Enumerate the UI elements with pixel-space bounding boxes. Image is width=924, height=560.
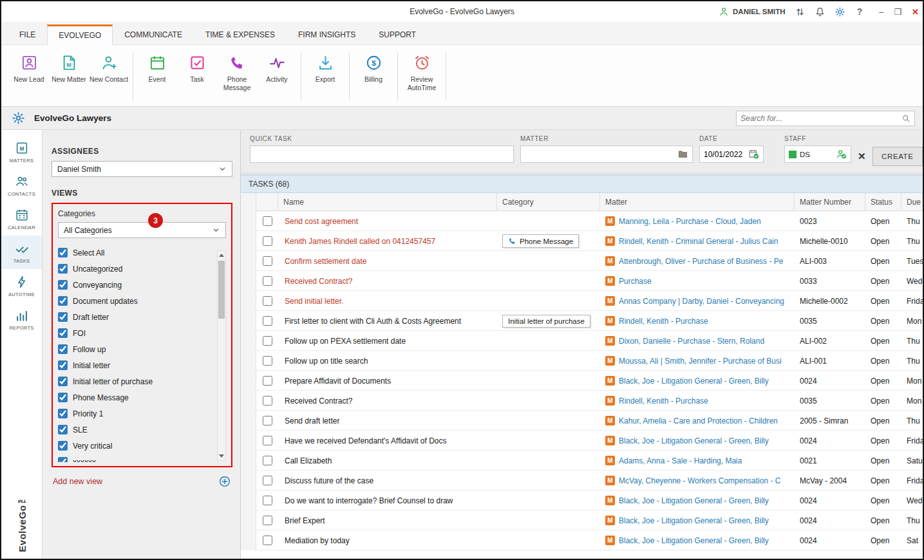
category-checkbox[interactable]: [58, 344, 68, 354]
category-option-foi[interactable]: FOI: [58, 325, 216, 341]
table-row[interactable]: Confirm settlement dateMAttenbrough, Oli…: [241, 251, 923, 271]
category-option-phone-message[interactable]: Phone Message: [58, 389, 216, 406]
task-name[interactable]: Follow up on PEXA settlement date: [278, 331, 497, 351]
matter-link[interactable]: McVay, Cheyenne - Workers Compensation -…: [619, 476, 780, 485]
sync-icon[interactable]: [795, 6, 806, 17]
row-selector[interactable]: [241, 371, 256, 391]
row-selector[interactable]: [241, 271, 256, 291]
scroll-up-icon[interactable]: [219, 254, 224, 257]
row-selector[interactable]: [241, 530, 256, 550]
matter-link[interactable]: Kahur, Amelia - Care and Protection - Ch…: [619, 416, 778, 425]
table-row[interactable]: Call ElizabethMAdams, Anna - Sale - Hard…: [241, 451, 923, 471]
matter-link[interactable]: Adams, Anna - Sale - Harding, Maia: [619, 456, 742, 465]
maximize-button[interactable]: ❒: [894, 7, 901, 17]
table-row[interactable]: Have we received Defendant's Affidavit o…: [241, 431, 923, 451]
row-checkbox[interactable]: [263, 216, 272, 226]
row-selector[interactable]: [241, 211, 256, 231]
category-checkbox[interactable]: [58, 296, 68, 306]
ribbon-task-button[interactable]: Task: [177, 51, 217, 84]
table-row[interactable]: Prepare Affidavit of DocumentsMBlack, Jo…: [241, 371, 923, 391]
row-checkbox[interactable]: [263, 296, 272, 306]
task-name[interactable]: Brief Expert: [278, 510, 497, 530]
global-search[interactable]: [736, 111, 915, 126]
category-option-initial-letter[interactable]: Initial letter: [58, 357, 216, 373]
category-option-very-critical[interactable]: Very critical: [58, 438, 216, 454]
matter-link[interactable]: Black, Joe - Litigation General - Green,…: [619, 436, 769, 445]
add-new-view-link[interactable]: Add new view: [53, 477, 102, 486]
matter-link[interactable]: Attenbrough, Oliver - Purchase of Busine…: [619, 257, 783, 266]
category-chip[interactable]: Phone Message: [502, 234, 579, 248]
category-option-draft-letter[interactable]: Draft letter: [58, 309, 216, 325]
matter-link[interactable]: Moussa, Ali | Smith, Jennifer - Purchase…: [619, 357, 782, 366]
row-checkbox[interactable]: [263, 316, 272, 326]
category-checkbox[interactable]: [58, 248, 68, 257]
minimize-button[interactable]: –: [879, 7, 883, 17]
matter-link[interactable]: Purchase: [619, 277, 652, 286]
notifications-icon[interactable]: [815, 6, 825, 17]
clear-quick-task-button[interactable]: ✕: [858, 151, 866, 162]
ribbon-event-button[interactable]: Event: [137, 51, 177, 84]
table-row[interactable]: Do we want to interrogate? Brief Counsel…: [241, 490, 923, 510]
column-header-due[interactable]: Due: [901, 193, 923, 211]
category-checkbox[interactable]: [58, 457, 68, 462]
sidebar-item-reports[interactable]: REPORTS: [1, 303, 42, 336]
staff-field[interactable]: DS: [784, 145, 851, 163]
task-name[interactable]: Send initial letter.: [278, 291, 497, 311]
column-header-matter-number[interactable]: Matter Number: [795, 193, 865, 211]
row-checkbox[interactable]: [263, 416, 272, 425]
task-name[interactable]: Received Contract?: [278, 391, 497, 411]
table-row[interactable]: Discuss future of the caseMMcVay, Cheyen…: [241, 471, 923, 490]
table-row[interactable]: Brief ExpertMBlack, Joe - Litigation Gen…: [241, 510, 923, 530]
row-checkbox[interactable]: [263, 236, 272, 246]
search-input[interactable]: [740, 114, 901, 123]
category-option-uncategorized[interactable]: Uncategorized: [58, 261, 216, 277]
row-selector[interactable]: [241, 411, 256, 431]
row-selector[interactable]: [241, 451, 256, 471]
row-selector[interactable]: [241, 510, 256, 530]
task-name[interactable]: Kenith James Rindell called on 041245745…: [278, 231, 497, 251]
matter-link[interactable]: Annas Company | Darby, Daniel - Conveyan…: [619, 297, 784, 306]
row-checkbox[interactable]: [263, 436, 272, 445]
row-selector[interactable]: [241, 431, 256, 451]
row-selector[interactable]: [241, 331, 256, 351]
categories-dropdown[interactable]: All Categories: [58, 222, 226, 238]
table-row[interactable]: First letter to client with Cli Auth & C…: [241, 311, 923, 331]
matter-link[interactable]: Manning, Leila - Purchase - Cloud, Jaden: [619, 217, 761, 226]
menu-tab-firm-insights[interactable]: FIRM INSIGHTS: [287, 24, 367, 44]
category-scrollbar[interactable]: [217, 250, 226, 461]
category-checkbox[interactable]: [58, 280, 68, 290]
row-checkbox[interactable]: [263, 356, 272, 366]
add-view-plus-icon[interactable]: [218, 475, 231, 488]
row-selector[interactable]: [241, 351, 256, 371]
task-name[interactable]: Send cost agreement: [278, 211, 497, 231]
ribbon-new-matter-button[interactable]: MNew Matter: [49, 51, 89, 84]
column-header-status[interactable]: Status: [865, 193, 901, 211]
folder-icon[interactable]: [677, 149, 688, 160]
search-icon[interactable]: [901, 114, 910, 123]
menu-tab-support[interactable]: SUPPORT: [367, 24, 428, 44]
category-checkbox[interactable]: [58, 328, 68, 338]
ribbon-phone-message-button[interactable]: Phone Message: [217, 51, 257, 91]
close-button[interactable]: ✕: [912, 7, 919, 17]
ribbon-billing-button[interactable]: $Billing: [354, 51, 393, 84]
table-row[interactable]: Received Contract?MRindell, Kenith - Pur…: [241, 391, 923, 411]
column-header-matter[interactable]: Matter: [600, 193, 795, 211]
ribbon-new-lead-button[interactable]: New Lead: [9, 51, 49, 84]
matter-link[interactable]: Rindell, Kenith - Purchase: [619, 397, 708, 406]
task-name[interactable]: Send draft letter: [278, 411, 497, 431]
category-option-conveyancing[interactable]: Conveyancing: [58, 277, 216, 293]
date-input[interactable]: [704, 150, 745, 159]
ribbon-activity-button[interactable]: Activity: [257, 51, 297, 84]
help-button[interactable]: ?: [854, 6, 865, 17]
row-checkbox[interactable]: [263, 476, 272, 485]
category-option-initial-letter-of-purchase[interactable]: Initial letter of purchase: [58, 373, 216, 389]
task-name[interactable]: Prepare Affidavit of Documents: [278, 371, 497, 391]
scrollbar-thumb[interactable]: [218, 261, 225, 319]
task-name[interactable]: First letter to client with Cli Auth & C…: [278, 311, 497, 331]
table-row[interactable]: Follow up on title searchMMoussa, Ali | …: [241, 351, 923, 371]
category-checkbox[interactable]: [58, 441, 68, 451]
row-selector[interactable]: [241, 251, 256, 271]
row-checkbox[interactable]: [263, 536, 272, 545]
ribbon-export-button[interactable]: Export: [305, 51, 345, 84]
row-selector[interactable]: [241, 490, 256, 510]
